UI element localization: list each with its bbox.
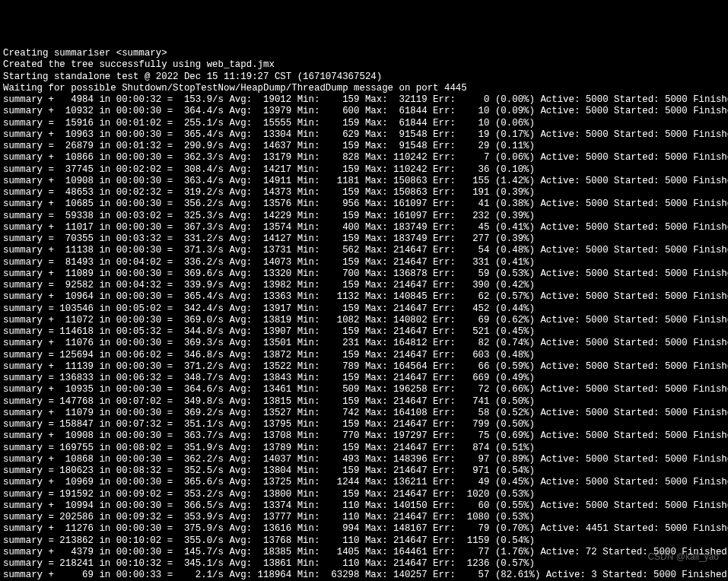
watermark: CSDN @kali_yao [647, 551, 719, 563]
terminal-output: Creating summariser <summary> Created th… [3, 48, 725, 581]
